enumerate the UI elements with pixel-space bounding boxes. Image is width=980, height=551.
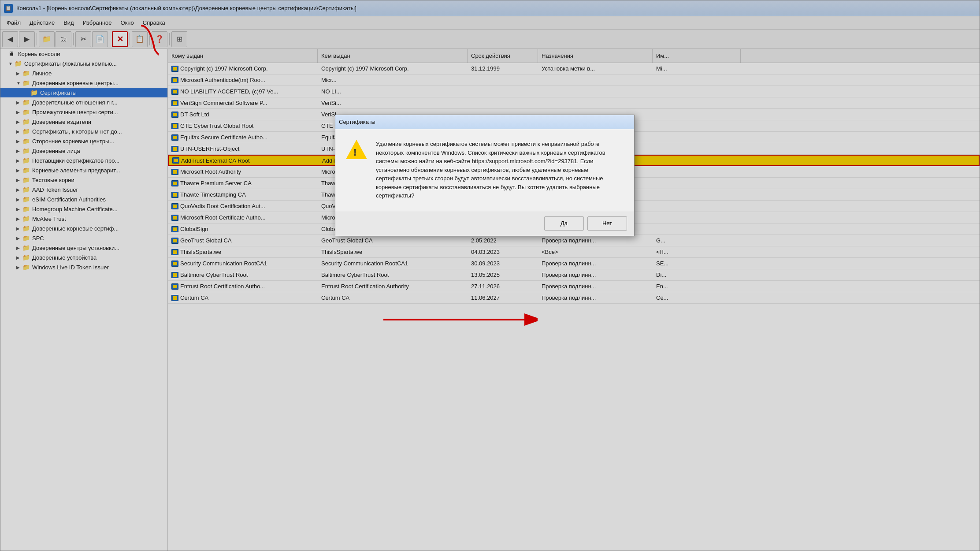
dialog-footer: Да Нет — [335, 211, 634, 236]
dialog-title-bar: Сертификаты — [335, 115, 634, 129]
dialog-message: Удаление корневых сертификатов системы м… — [376, 140, 624, 200]
dialog-no-button[interactable]: Нет — [587, 216, 627, 231]
warning-triangle — [346, 140, 367, 159]
dialog-yes-button[interactable]: Да — [544, 216, 584, 231]
dialog-title: Сертификаты — [339, 119, 375, 125]
dialog-overlay: Сертификаты Удаление корневых сертификат… — [0, 0, 980, 551]
dialog-body: Удаление корневых сертификатов системы м… — [335, 129, 634, 211]
certificate-dialog: Сертификаты Удаление корневых сертификат… — [335, 115, 635, 236]
warning-icon — [346, 140, 367, 161]
